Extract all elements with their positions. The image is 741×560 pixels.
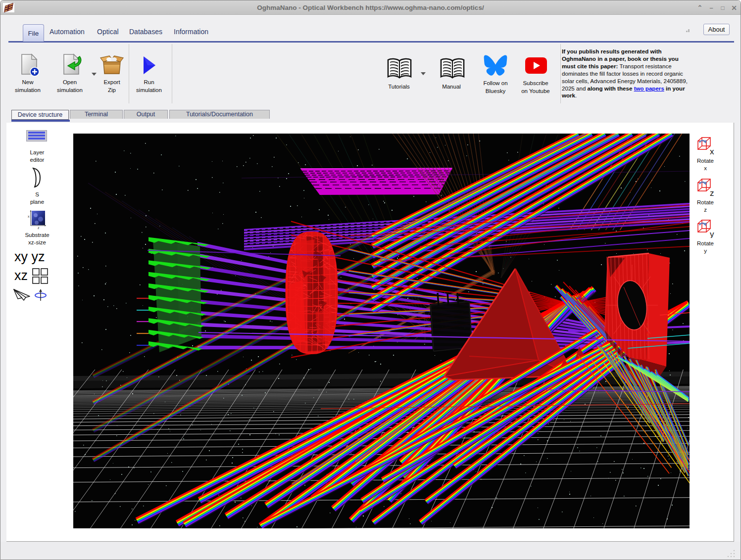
svg-text:y: y bbox=[710, 230, 714, 238]
svg-text:x: x bbox=[710, 147, 714, 155]
svg-text:x: x bbox=[28, 215, 30, 218]
svg-text:z: z bbox=[38, 226, 40, 229]
svg-text:z: z bbox=[710, 188, 714, 197]
